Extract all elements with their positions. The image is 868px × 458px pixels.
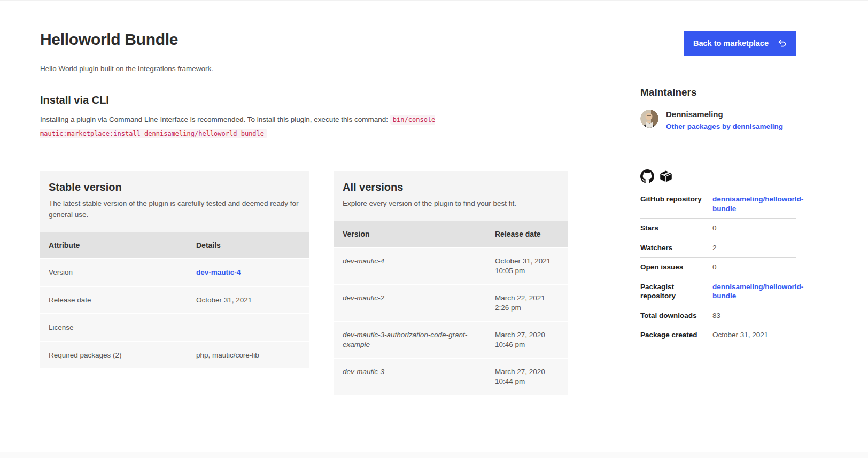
repository-link[interactable]: dennisameling/helloworld-bundle	[712, 195, 803, 213]
table-row: dev-mautic-2March 22, 2021 2:26 pm	[334, 284, 568, 321]
undo-icon	[777, 38, 787, 49]
attribute-cell: Required packages (2)	[40, 342, 188, 369]
versions-column-version: Version	[334, 221, 486, 247]
stable-version-description: The latest stable version of the plugin …	[49, 198, 300, 221]
detail-label: Open issues	[640, 262, 712, 272]
version-cell: dev-mautic-4	[334, 248, 486, 284]
back-to-marketplace-button[interactable]: Back to marketplace	[684, 31, 796, 56]
details-cell: php, mautic/core-lib	[188, 342, 309, 369]
version-cell: dev-mautic-3	[334, 359, 486, 394]
versions-column-release-date: Release date	[486, 221, 568, 247]
repository-link[interactable]: dennisameling/helloworld-bundle	[712, 283, 803, 300]
maintainer-row: Dennisameling Other packages by dennisam…	[640, 110, 796, 131]
versions-table-body: dev-mautic-4October 31, 2021 10:05 pmdev…	[334, 247, 568, 394]
detail-row: Watchers2	[640, 238, 796, 258]
detail-row: Stars0	[640, 219, 796, 238]
stable-table-header: Attribute Details	[40, 232, 309, 258]
detail-row: Open issues0	[640, 258, 796, 277]
version-cell: dev-mautic-3-authorization-code-grant-ex…	[334, 322, 486, 358]
page-title: Helloworld Bundle	[40, 30, 568, 49]
sidebar: Back to marketplace Maintainers	[640, 1, 796, 395]
detail-label: Packagist repository	[640, 282, 712, 301]
detail-value: October 31, 2021	[712, 330, 796, 340]
all-versions-card-head: All versions Explore every version of th…	[334, 171, 568, 221]
page-description: Hello World plugin built on the Integrat…	[40, 65, 568, 73]
detail-value: 83	[712, 311, 796, 321]
install-cli-heading: Install via CLI	[40, 94, 568, 106]
stable-version-card-head: Stable version The latest stable version…	[40, 171, 309, 232]
table-row: License	[40, 313, 309, 341]
release-date-cell: October 31, 2021 10:05 pm	[486, 248, 568, 284]
table-row: dev-mautic-4October 31, 2021 10:05 pm	[334, 247, 568, 284]
detail-label: Package created	[640, 330, 712, 340]
table-row: Release dateOctober 31, 2021	[40, 286, 309, 314]
details-cell	[188, 314, 309, 341]
repo-icons	[640, 169, 796, 183]
github-icon	[640, 169, 654, 183]
table-row: Required packages (2)php, mautic/core-li…	[40, 341, 309, 369]
main-column: Helloworld Bundle Hello World plugin bui…	[40, 1, 568, 395]
detail-label: Total downloads	[640, 311, 712, 321]
details-cell: dev-mautic-4	[188, 259, 309, 286]
install-cli-text: Installing a plugin via Command Line Int…	[40, 113, 521, 140]
package-icon	[659, 169, 673, 183]
attribute-cell: License	[40, 314, 188, 341]
detail-value: dennisameling/helloworld-bundle	[712, 282, 803, 301]
version-cards: Stable version The latest stable version…	[40, 171, 568, 394]
maintainers-heading: Maintainers	[640, 87, 796, 98]
release-date-cell: March 27, 2020 10:46 pm	[486, 322, 568, 358]
all-versions-title: All versions	[343, 181, 560, 193]
install-cli-instruction: Installing a plugin via Command Line Int…	[40, 115, 390, 123]
detail-row: Package createdOctober 31, 2021	[640, 325, 796, 345]
all-versions-description: Explore every version of the plugin to f…	[343, 198, 560, 209]
detail-value: 0	[712, 262, 796, 272]
stable-column-attribute: Attribute	[40, 232, 188, 258]
package-details-table: GitHub repositorydennisameling/helloworl…	[640, 190, 796, 345]
attribute-cell: Release date	[40, 287, 188, 314]
stable-version-card: Stable version The latest stable version…	[40, 171, 309, 368]
detail-row: GitHub repositorydennisameling/helloworl…	[640, 190, 796, 219]
versions-table-header: Version Release date	[334, 221, 568, 247]
avatar	[640, 110, 658, 128]
version-link[interactable]: dev-mautic-4	[196, 268, 241, 276]
detail-label: GitHub repository	[640, 195, 712, 204]
other-packages-link[interactable]: Other packages by dennisameling	[666, 122, 783, 130]
back-to-marketplace-label: Back to marketplace	[693, 39, 769, 48]
stable-column-details: Details	[188, 232, 309, 258]
release-date-cell: March 27, 2020 10:44 pm	[486, 359, 568, 394]
detail-value: dennisameling/helloworld-bundle	[712, 195, 803, 213]
detail-value: 0	[712, 223, 796, 233]
detail-label: Watchers	[640, 243, 712, 253]
table-row: dev-mautic-3March 27, 2020 10:44 pm	[334, 358, 568, 394]
table-row: Versiondev-mautic-4	[40, 258, 309, 286]
stable-version-title: Stable version	[49, 181, 300, 193]
detail-row: Total downloads83	[640, 306, 796, 326]
maintainer-info: Dennisameling Other packages by dennisam…	[666, 110, 783, 131]
footer-strip	[0, 452, 868, 458]
all-versions-card: All versions Explore every version of th…	[334, 171, 568, 394]
detail-row: Packagist repositorydennisameling/hellow…	[640, 277, 796, 306]
table-row: dev-mautic-3-authorization-code-grant-ex…	[334, 321, 568, 358]
maintainer-name: Dennisameling	[666, 110, 783, 119]
detail-value: 2	[712, 243, 796, 253]
page-layout: Helloworld Bundle Hello World plugin bui…	[0, 1, 868, 395]
stable-table-body: Versiondev-mautic-4Release dateOctober 3…	[40, 258, 309, 368]
version-cell: dev-mautic-2	[334, 285, 486, 321]
detail-label: Stars	[640, 223, 712, 233]
details-cell: October 31, 2021	[188, 287, 309, 314]
attribute-cell: Version	[40, 259, 188, 286]
release-date-cell: March 22, 2021 2:26 pm	[486, 285, 568, 321]
